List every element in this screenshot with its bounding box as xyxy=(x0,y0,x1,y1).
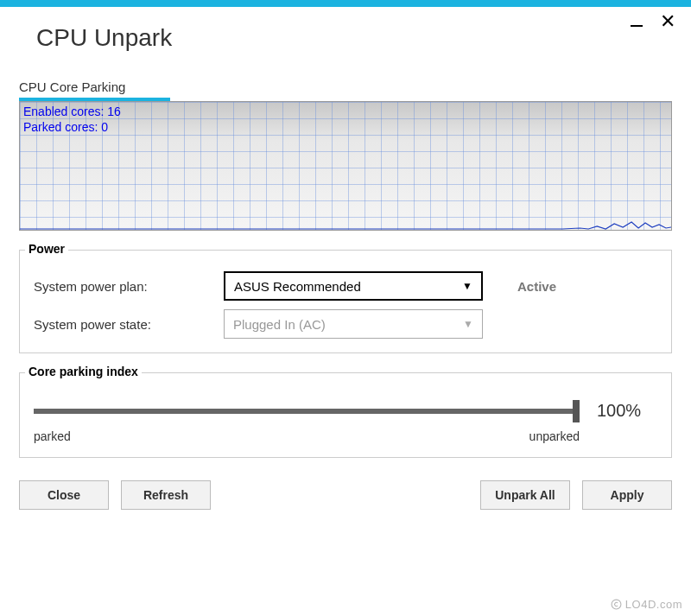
enabled-cores-label: Enabled cores: xyxy=(23,105,104,118)
power-plan-dropdown[interactable]: ASUS Recommended ▼ xyxy=(224,271,483,301)
copyright-icon xyxy=(611,599,622,610)
cpu-graph: Enabled cores: 16 Parked cores: 0 xyxy=(19,101,672,231)
enabled-cores-value: 16 xyxy=(107,105,121,118)
power-plan-value: ASUS Recommended xyxy=(234,279,361,294)
refresh-button[interactable]: Refresh xyxy=(121,480,211,510)
graph-stats: Enabled cores: 16 Parked cores: 0 xyxy=(23,104,121,135)
power-group: Power System power plan: ASUS Recommende… xyxy=(19,250,672,353)
core-parking-slider[interactable] xyxy=(34,409,580,414)
power-state-label: System power state: xyxy=(34,317,224,332)
close-window-button[interactable]: ✕ xyxy=(660,12,675,31)
app-title: CPU Unpark xyxy=(0,7,691,52)
graph-activity-line xyxy=(20,213,671,230)
close-button[interactable]: Close xyxy=(19,480,109,510)
power-state-dropdown: Plugged In (AC) ▼ xyxy=(224,309,483,339)
slider-max-label: unparked xyxy=(529,429,580,443)
power-group-label: Power xyxy=(25,242,68,256)
power-state-value: Plugged In (AC) xyxy=(233,317,326,332)
power-plan-status: Active xyxy=(517,279,556,294)
slider-thumb[interactable] xyxy=(573,400,580,422)
unpark-all-button[interactable]: Unpark All xyxy=(480,480,570,510)
power-plan-label: System power plan: xyxy=(34,279,224,294)
core-parking-group: Core parking index 100% parked unparked xyxy=(19,372,672,458)
section-header: CPU Core Parking xyxy=(19,79,672,94)
minimize-button[interactable] xyxy=(631,25,643,27)
watermark: LO4D.com xyxy=(611,598,682,611)
core-parking-group-label: Core parking index xyxy=(25,365,142,378)
button-row: Close Refresh Unpark All Apply xyxy=(19,480,672,510)
chevron-down-icon: ▼ xyxy=(463,318,473,330)
parked-cores-value: 0 xyxy=(101,120,108,134)
title-bar-accent xyxy=(0,0,691,7)
slider-min-label: parked xyxy=(34,429,71,443)
svg-point-0 xyxy=(612,600,621,609)
apply-button[interactable]: Apply xyxy=(582,480,672,510)
core-parking-value: 100% xyxy=(597,401,657,421)
window-controls: ✕ xyxy=(631,12,675,31)
parked-cores-label: Parked cores: xyxy=(23,120,98,134)
watermark-text: LO4D.com xyxy=(625,598,682,611)
chevron-down-icon: ▼ xyxy=(462,280,472,292)
